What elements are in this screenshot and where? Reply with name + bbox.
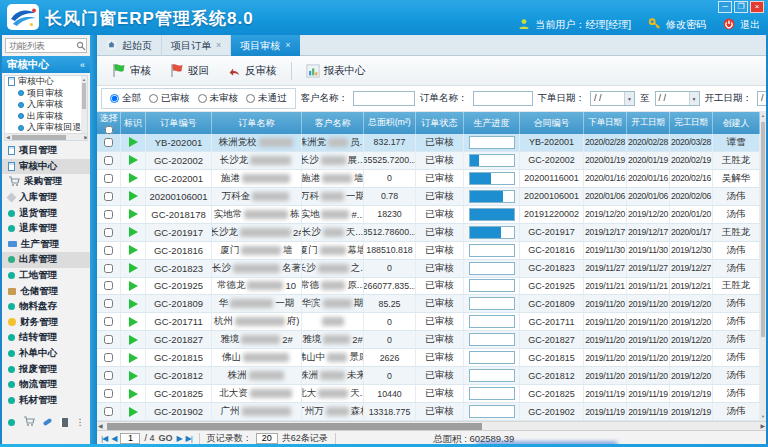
sidebar-item-walk-7[interactable]: 出库管理 — [2, 252, 90, 268]
column-header-10[interactable]: 开工日期 — [627, 112, 670, 134]
book-icon[interactable] — [60, 418, 68, 427]
customer-name-input[interactable] — [353, 91, 415, 106]
maximize-button[interactable]: ❐ — [734, 1, 748, 13]
column-header-4[interactable]: 客户名称 — [302, 112, 364, 134]
row-checkbox[interactable] — [104, 156, 113, 165]
table-row[interactable]: GC-201902广州广州万森林13318.775已审核GC-201902201… — [97, 403, 760, 421]
vscroll-thumb[interactable] — [761, 122, 765, 337]
row-checkbox[interactable] — [104, 389, 113, 398]
pen-icon[interactable] — [42, 418, 52, 426]
status-radio-2[interactable]: 未审核 — [198, 92, 239, 105]
toolbar-button-3[interactable]: 报表中心 — [297, 61, 375, 81]
status-radio-0[interactable]: 全部 — [110, 92, 141, 105]
sidebar-item-star-3[interactable]: 入库管理 — [2, 190, 90, 206]
table-row[interactable]: GC-202002长沙龙长沙展...65525.7200...已审核GC-202… — [97, 152, 760, 170]
scroll-left-icon[interactable]: ◀ — [6, 134, 10, 141]
sidebar-item-safe-9[interactable]: 仓储管理 — [2, 283, 90, 299]
sidebar-item-dot-13[interactable]: 补单中心 — [2, 346, 90, 362]
table-row[interactable]: GC-201827雅境2#雅境2#0已审核GC-2018272019/11/20… — [97, 331, 760, 349]
page-size-input[interactable] — [256, 433, 278, 444]
tab-2[interactable]: 项目审核× — [231, 35, 299, 56]
table-row[interactable]: GC-201925常德龙10常德原...266077.835...已审核GC-2… — [97, 278, 760, 296]
row-checkbox[interactable] — [104, 335, 113, 344]
sidebar-item-doc-1[interactable]: 审核中心 — [2, 159, 90, 175]
row-checkbox[interactable] — [104, 353, 113, 362]
grid-vertical-scrollbar[interactable]: ▲ ▼ — [760, 112, 766, 421]
cart-icon[interactable] — [23, 413, 35, 431]
column-header-6[interactable]: 订单状态 — [416, 112, 464, 134]
radio-input[interactable] — [198, 94, 207, 103]
row-checkbox[interactable] — [104, 174, 113, 183]
sidebar-item-dot-10[interactable]: 物料盘存 — [2, 299, 90, 315]
tree-horizontal-scrollbar[interactable]: ◀ ▶ — [5, 133, 88, 140]
status-radio-3[interactable]: 未通过 — [246, 92, 287, 105]
collapse-icon[interactable]: « — [80, 60, 85, 70]
change-password-link[interactable]: 修改密码 — [666, 18, 706, 32]
close-button[interactable]: × — [750, 1, 764, 13]
row-checkbox[interactable] — [104, 228, 113, 237]
column-header-7[interactable]: 生产进度 — [464, 112, 520, 134]
chevron-down-icon[interactable]: ▼ — [689, 92, 699, 105]
logout-link[interactable]: 退出 — [740, 18, 760, 32]
table-row[interactable]: GC-201825北大资北大天...10440已审核GC-2018252019/… — [97, 385, 760, 403]
row-checkbox[interactable] — [104, 299, 113, 308]
more-icon[interactable]: ⋮ — [76, 417, 85, 427]
tab-1[interactable]: 项目订单× — [162, 35, 231, 56]
first-page-button[interactable]: |◀ — [101, 434, 107, 443]
toolbar-button-2[interactable]: 反审核 — [218, 61, 286, 81]
tree-vertical-scrollbar[interactable]: ▲ — [81, 76, 87, 133]
go-button[interactable]: GO — [158, 433, 172, 443]
sidebar-item-cart-2[interactable]: 采购管理 — [2, 174, 90, 190]
order-name-input[interactable] — [473, 91, 533, 106]
sidebar-item-dot-14[interactable]: 报废管理 — [2, 361, 90, 377]
table-row[interactable]: GC-201711杭州府)0已审核GC-2017112019/11/202019… — [97, 313, 760, 331]
select-all-checkbox[interactable] — [105, 126, 113, 134]
status-radio-1[interactable]: 已审核 — [149, 92, 190, 105]
column-header-2[interactable]: 订单编号 — [146, 112, 212, 134]
sidebar-item-chip-6[interactable]: 生产管理 — [2, 237, 90, 253]
radio-input[interactable] — [246, 94, 255, 103]
page-number-input[interactable] — [120, 433, 140, 444]
row-checkbox[interactable] — [104, 192, 113, 201]
tree-vscroll-thumb[interactable] — [82, 83, 86, 109]
tree-node-item[interactable]: 入库审核回退 — [5, 122, 87, 134]
table-row[interactable]: GC-2018178实地常栋实地#...18230已审核201912200022… — [97, 206, 760, 224]
dot-icon[interactable] — [8, 419, 15, 426]
sidebar-item-dot-4[interactable]: 退货管理 — [2, 205, 90, 221]
table-row[interactable]: GC-201917长沙龙2#长沙天...8512.78600...已审核GC-2… — [97, 224, 760, 242]
row-checkbox[interactable] — [104, 281, 113, 290]
column-header-1[interactable]: 标识 — [121, 112, 146, 134]
sidebar-item-money-11[interactable]: 财务管理 — [2, 315, 90, 331]
toolbar-button-1[interactable]: 驳回 — [160, 60, 218, 81]
column-header-0[interactable]: 选择 — [97, 112, 121, 134]
sidebar-item-dot-15[interactable]: 物流管理 — [2, 377, 90, 393]
tree-hscroll-thumb[interactable] — [12, 135, 66, 140]
prev-page-button[interactable]: ◀ — [111, 434, 116, 443]
column-header-8[interactable]: 合同编号 — [520, 112, 584, 134]
row-checkbox[interactable] — [104, 371, 113, 380]
row-checkbox[interactable] — [104, 264, 113, 273]
radio-input[interactable] — [110, 94, 119, 103]
scroll-down-icon[interactable]: ▼ — [760, 413, 766, 421]
sidebar-item-dot-5[interactable]: 退库管理 — [2, 221, 90, 237]
table-row[interactable]: GC-201823长沙名著长沙之...0已审核GC-2018232019/11/… — [97, 260, 760, 278]
column-header-12[interactable]: 创建人 — [713, 112, 760, 134]
table-row[interactable]: GC-201815佛山佛山中景康2626已审核GC-2018152019/11/… — [97, 349, 760, 367]
order-date-from-picker[interactable]: / / ▼ — [590, 91, 635, 106]
radio-input[interactable] — [149, 94, 158, 103]
start-date-picker[interactable]: / / ▼ — [757, 91, 766, 106]
column-header-9[interactable]: 下单日期 — [584, 112, 627, 134]
scroll-up-icon[interactable]: ▲ — [81, 76, 87, 83]
order-date-to-picker[interactable]: / / ▼ — [655, 91, 700, 106]
function-search-box[interactable] — [5, 38, 87, 53]
column-header-3[interactable]: 订单名称 — [212, 112, 302, 134]
minimize-button[interactable]: ─ — [718, 1, 732, 13]
sidebar-item-doc-0[interactable]: 项目管理 — [2, 143, 90, 159]
last-page-button[interactable]: ▶| — [186, 434, 192, 443]
tab-close-icon[interactable]: × — [285, 41, 290, 50]
scroll-up-icon[interactable]: ▲ — [760, 112, 766, 120]
row-checkbox[interactable] — [104, 210, 113, 219]
column-header-11[interactable]: 完工日期 — [670, 112, 713, 134]
row-checkbox[interactable] — [104, 246, 113, 255]
sidebar-item-dot-8[interactable]: 工地管理 — [2, 268, 90, 284]
